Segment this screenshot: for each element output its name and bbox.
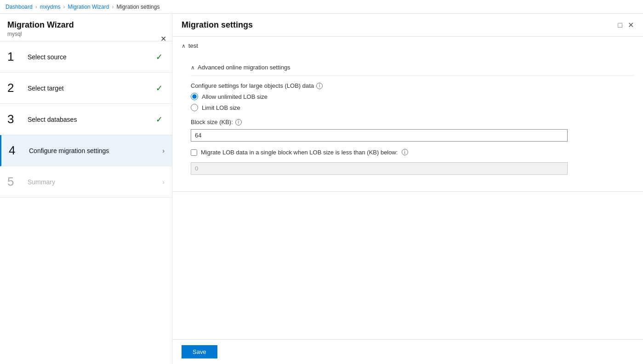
breadcrumb-sep2: › [63, 4, 65, 10]
step-3-label: Select databases [28, 116, 156, 123]
migrate-lob-label: Migrate LOB data in a single block when … [201, 149, 398, 156]
panel-footer: Save [172, 339, 643, 364]
advanced-chevron-icon: ∧ [191, 64, 195, 71]
test-section-body: ∧ Advanced online migration settings Con… [172, 55, 643, 191]
sidebar-title: Migration Wizard [7, 20, 165, 30]
step-2[interactable]: 2 Select target ✓ [0, 73, 172, 104]
step-1-check-icon: ✓ [156, 52, 163, 62]
step-4-label: Configure migration settings [29, 147, 162, 154]
radio-limit-lob[interactable]: Limit LOB size [191, 104, 634, 111]
breadcrumb-wizard[interactable]: Migration Wizard [68, 4, 109, 10]
breadcrumb-sep1: › [35, 4, 37, 10]
step-5-number: 5 [7, 175, 24, 189]
lob-info-icon[interactable]: i [316, 83, 323, 89]
lob-form-group: Configure settings for large objects (LO… [191, 82, 634, 111]
block-size-input[interactable] [191, 129, 568, 142]
test-section-label: test [188, 42, 198, 49]
panel-content: ∧ test ∧ Advanced online migration setti… [172, 37, 643, 339]
block-size-group: Block size (KB): i [191, 119, 634, 142]
panel-controls: □ ✕ [618, 21, 634, 29]
step-4-number: 4 [9, 143, 25, 158]
step-2-check-icon: ✓ [156, 83, 163, 93]
breadcrumb-sep3: › [112, 4, 114, 10]
step-1-number: 1 [7, 50, 24, 64]
sidebar: Migration Wizard mysql ✕ 1 Select source… [0, 14, 172, 364]
block-size-info-icon[interactable]: i [235, 119, 242, 125]
main-panel: Migration settings □ ✕ ∧ test ∧ Advanced… [172, 14, 643, 364]
breadcrumb-current: Migration settings [116, 4, 159, 10]
test-section: ∧ test ∧ Advanced online migration setti… [172, 37, 643, 192]
migrate-lob-checkbox-label[interactable]: Migrate LOB data in a single block when … [191, 149, 634, 156]
breadcrumb-dashboard[interactable]: Dashboard [6, 4, 33, 10]
radio-limit-lob-label: Limit LOB size [202, 104, 240, 111]
step-3[interactable]: 3 Select databases ✓ [0, 104, 172, 135]
step-5-label: Summary [28, 178, 162, 186]
lob-label: Configure settings for large objects (LO… [191, 82, 634, 89]
radio-limit-lob-input[interactable] [191, 104, 198, 111]
breadcrumb: Dashboard › mxydms › Migration Wizard › … [0, 0, 643, 14]
lob-size-threshold-input[interactable] [191, 162, 568, 175]
maximize-button[interactable]: □ [618, 21, 622, 29]
step-4[interactable]: 4 Configure migration settings › [0, 135, 172, 166]
migrate-lob-info-icon[interactable]: i [402, 149, 408, 155]
test-section-header[interactable]: ∧ test [172, 37, 643, 55]
migrate-lob-checkbox[interactable] [191, 149, 197, 156]
step-4-arrow-icon: › [162, 147, 165, 154]
radio-unlimited-lob-input[interactable] [191, 93, 198, 100]
advanced-settings-label: Advanced online migration settings [198, 64, 290, 71]
migrate-lob-group: Migrate LOB data in a single block when … [191, 149, 634, 175]
sidebar-subtitle: mysql [7, 31, 165, 37]
step-1-label: Select source [28, 53, 156, 61]
step-1[interactable]: 1 Select source ✓ [0, 41, 172, 73]
radio-unlimited-lob[interactable]: Allow unlimited LOB size [191, 93, 634, 100]
panel-close-button[interactable]: ✕ [628, 21, 634, 29]
panel-title: Migration settings [182, 20, 253, 30]
advanced-settings-header[interactable]: ∧ Advanced online migration settings [191, 59, 634, 76]
save-button[interactable]: Save [182, 345, 217, 358]
step-5-arrow-icon: › [162, 178, 165, 186]
test-chevron-icon: ∧ [182, 43, 186, 49]
block-size-label: Block size (KB): i [191, 119, 634, 125]
step-3-number: 3 [7, 112, 24, 126]
panel-header: Migration settings □ ✕ [172, 14, 643, 37]
step-list: 1 Select source ✓ 2 Select target ✓ 3 Se… [0, 41, 172, 364]
lob-radio-group: Allow unlimited LOB size Limit LOB size [191, 93, 634, 111]
step-2-number: 2 [7, 81, 24, 95]
step-5[interactable]: 5 Summary › [0, 166, 172, 198]
sidebar-header: Migration Wizard mysql ✕ [0, 14, 172, 41]
radio-unlimited-lob-label: Allow unlimited LOB size [202, 93, 267, 100]
step-3-check-icon: ✓ [156, 114, 163, 125]
step-2-label: Select target [28, 85, 156, 92]
breadcrumb-mxydms[interactable]: mxydms [40, 4, 61, 10]
